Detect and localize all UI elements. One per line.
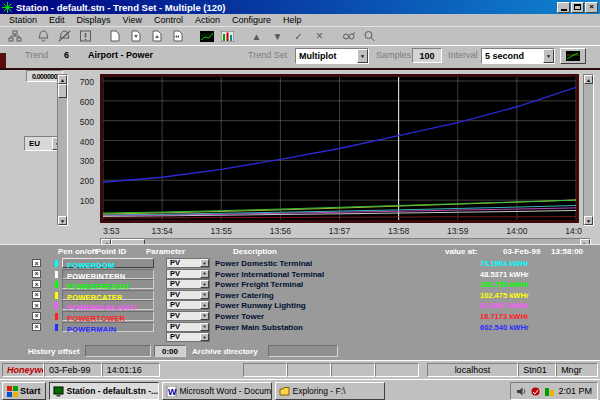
- scroll-down-icon[interactable]: ▼: [584, 216, 593, 225]
- pen-checkbox[interactable]: ×: [32, 270, 41, 278]
- menu-configure[interactable]: Configure: [226, 14, 277, 27]
- point-value: 102.475 kWHr: [480, 291, 529, 300]
- pen-checkbox[interactable]: ×: [32, 259, 41, 267]
- pen-checkbox[interactable]: ×: [32, 323, 41, 331]
- scrollbar-thumb[interactable]: [58, 84, 67, 98]
- status-time: 14:01:16: [102, 363, 160, 377]
- trend-number[interactable]: 6: [64, 50, 69, 60]
- start-button[interactable]: Start: [2, 382, 46, 400]
- chevron-down-icon[interactable]: ▼: [200, 270, 209, 278]
- pen-checkbox[interactable]: ×: [32, 301, 41, 309]
- task-exploring[interactable]: Exploring - F:\: [275, 382, 385, 400]
- page-icon[interactable]: [104, 28, 125, 45]
- alarm-bell-icon[interactable]: [33, 28, 54, 45]
- pen-checkbox[interactable]: ×: [32, 280, 41, 288]
- point-value: 73.1963 kWHr: [480, 259, 529, 268]
- restore-button[interactable]: [571, 2, 584, 13]
- pen-color-tick: [55, 260, 58, 267]
- raise-icon[interactable]: ▲: [246, 28, 267, 45]
- page-repeat-icon[interactable]: [167, 28, 188, 45]
- parameter-dropdown[interactable]: PV▼: [166, 269, 210, 279]
- menu-station[interactable]: Station: [3, 14, 43, 27]
- tray-app-icon[interactable]: [544, 386, 555, 397]
- point-id-field[interactable]: POWERRUNLIGHT: [62, 300, 154, 310]
- point-id-field[interactable]: POWERTOWER: [62, 311, 154, 321]
- lower-icon[interactable]: ▼: [267, 28, 288, 45]
- y-axis-label: 700: [80, 77, 94, 87]
- parameter-dropdown[interactable]: PV▼: [166, 279, 210, 289]
- eu-units-value: EU: [25, 137, 52, 150]
- trend-popup-button[interactable]: [560, 48, 586, 64]
- table-header: Pen on/off Point ID Parameter Descriptio…: [0, 245, 600, 258]
- alarm-annunciator-icon[interactable]: [75, 28, 96, 45]
- menu-action[interactable]: Action: [189, 14, 226, 27]
- parameter-value: PV: [167, 291, 200, 299]
- menu-control[interactable]: Control: [148, 14, 189, 27]
- check-mark: ×: [34, 323, 38, 330]
- chevron-down-icon[interactable]: ▼: [200, 323, 209, 331]
- parameter-dropdown[interactable]: PV▼: [166, 311, 210, 321]
- menu-view[interactable]: View: [117, 14, 148, 27]
- chevron-down-icon[interactable]: ▼: [200, 280, 209, 288]
- page-down-icon[interactable]: [125, 28, 146, 45]
- x-axis-label: 14:00: [506, 226, 527, 236]
- network-icon[interactable]: [4, 28, 25, 45]
- alarm-silence-icon[interactable]: [54, 28, 75, 45]
- point-description: Power Main Substation: [215, 323, 303, 332]
- point-id-field[interactable]: POWERDOM: [62, 258, 154, 268]
- point-id-field[interactable]: POWERCATER: [62, 290, 154, 300]
- accept-icon[interactable]: ✓: [288, 28, 309, 45]
- chevron-down-icon[interactable]: ▼: [200, 301, 209, 309]
- close-button[interactable]: ×: [585, 2, 598, 13]
- cancel-icon[interactable]: ×: [309, 28, 330, 45]
- y-scale-scrollbar[interactable]: ▲ ▼: [57, 74, 68, 226]
- history-offset-field[interactable]: [85, 345, 151, 357]
- associated-display-icon[interactable]: [338, 28, 359, 45]
- minimize-button[interactable]: [557, 2, 570, 13]
- trend-set-dropdown[interactable]: Multiplot ▼: [295, 48, 369, 64]
- volume-icon[interactable]: [516, 386, 527, 397]
- task-station[interactable]: Station - default.stn -...: [49, 382, 159, 400]
- menu-edit[interactable]: Edit: [43, 14, 71, 27]
- plot-vertical-scrollbar[interactable]: ▲ ▼: [583, 74, 594, 226]
- scroll-up-icon[interactable]: ▲: [584, 75, 593, 84]
- status-bar: Honeywell 03-Feb-99 14:01:16 localhost S…: [0, 360, 600, 379]
- offset-time-field[interactable]: 0:00: [154, 345, 186, 357]
- samples-field[interactable]: 100: [412, 48, 442, 63]
- point-id-field[interactable]: POWERINTERN: [62, 269, 154, 279]
- trend-plot[interactable]: [100, 74, 579, 223]
- point-value: 602.540 kWHr: [480, 323, 529, 332]
- chevron-down-icon[interactable]: ▼: [200, 312, 209, 320]
- parameter-dropdown[interactable]: PV▼: [166, 300, 210, 310]
- trend-label: Trend: [25, 50, 48, 60]
- chevron-down-icon[interactable]: ▼: [200, 291, 209, 299]
- menu-help[interactable]: Help: [277, 14, 308, 27]
- zoom-icon[interactable]: [359, 28, 380, 45]
- chevron-down-icon[interactable]: ▼: [543, 49, 554, 63]
- table-row: × POWERINTERN PV▼ Power International Te…: [0, 269, 600, 280]
- point-id-field[interactable]: POWERMAIN: [62, 322, 154, 332]
- parameter-dropdown[interactable]: PV▼: [166, 290, 210, 300]
- y-axis-labels: 100200300400500600700: [68, 74, 98, 224]
- chevron-down-icon[interactable]: ▼: [200, 333, 209, 341]
- parameter-dropdown[interactable]: PV▼: [166, 322, 210, 332]
- menu-displays[interactable]: Displays: [71, 14, 117, 27]
- y-axis-label: 100: [80, 196, 94, 206]
- point-id-field[interactable]: POWERFREIGHT: [62, 279, 154, 289]
- header-value-date: 03-Feb-99: [503, 247, 540, 256]
- pen-checkbox[interactable]: ×: [32, 312, 41, 320]
- parameter-dropdown[interactable]: PV▼: [166, 258, 210, 268]
- pen-checkbox[interactable]: ×: [32, 291, 41, 299]
- trend-display-icon[interactable]: [196, 28, 217, 45]
- task-word[interactable]: W Microsoft Word - Document1: [162, 382, 272, 400]
- scroll-up-icon[interactable]: ▲: [58, 75, 67, 84]
- page-up-icon[interactable]: [146, 28, 167, 45]
- interval-dropdown[interactable]: 5 second ▼: [481, 48, 555, 64]
- tray-status-icon[interactable]: [530, 386, 541, 397]
- parameter-dropdown[interactable]: PV▼: [166, 332, 210, 342]
- archive-directory-field[interactable]: [268, 345, 338, 357]
- scroll-down-icon[interactable]: ▼: [58, 216, 67, 225]
- chevron-down-icon[interactable]: ▼: [200, 259, 209, 267]
- chevron-down-icon[interactable]: ▼: [357, 49, 368, 63]
- group-display-icon[interactable]: [217, 28, 238, 45]
